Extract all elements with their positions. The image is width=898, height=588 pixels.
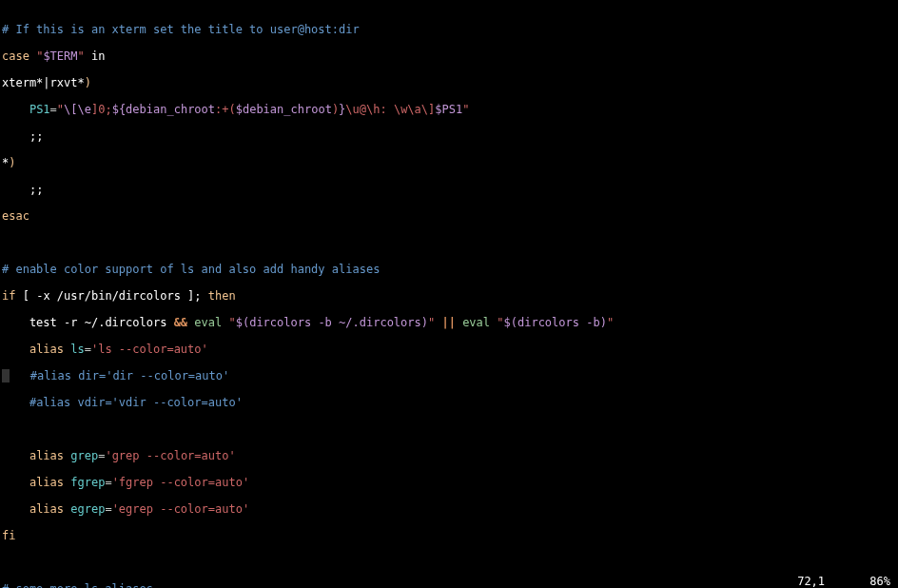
dsemi: ;; <box>29 129 43 143</box>
path: /usr/bin/dircolors <box>57 289 181 303</box>
keyword-case: case <box>2 49 29 63</box>
comment: # enable color support of ls and also ad… <box>2 263 380 276</box>
keyword-if: if <box>2 289 15 303</box>
scroll-percent: 86% <box>869 575 890 588</box>
term-var: $TERM <box>43 49 77 63</box>
keyword-fi: fi <box>2 529 15 542</box>
comment: # some more ls aliases <box>2 582 153 588</box>
cursor-position: 72,1 <box>797 575 825 588</box>
status-bar: 72,1 86% <box>759 575 890 588</box>
keyword-esac: esac <box>2 209 29 223</box>
case-pattern: xterm*|rxvt* <box>2 76 85 89</box>
ps1-var: PS1 <box>29 103 50 116</box>
code-editor[interactable]: # If this is an xterm set the title to u… <box>0 0 898 588</box>
comment: # If this is an xterm set the title to u… <box>2 23 360 36</box>
cursor-marker <box>2 369 10 382</box>
